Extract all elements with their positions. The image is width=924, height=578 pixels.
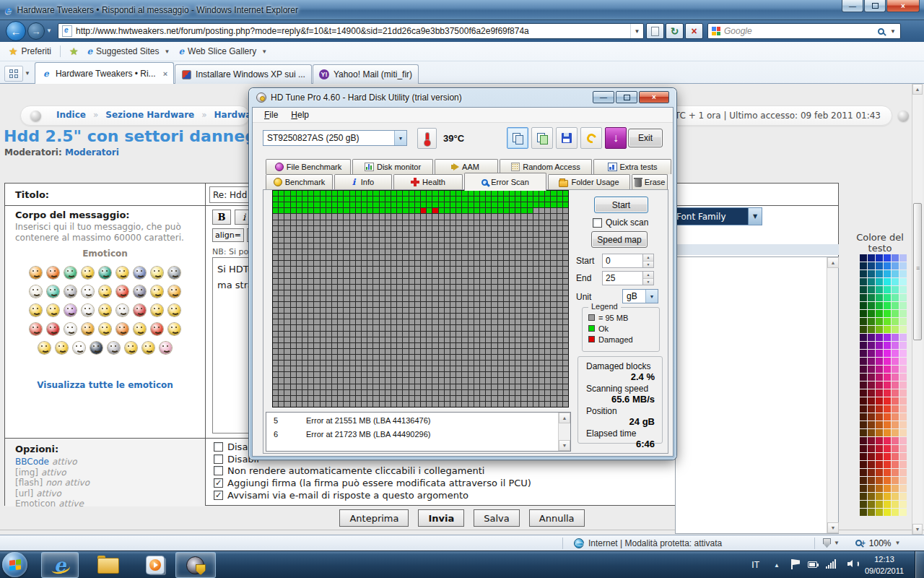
error-row[interactable]: 6Error at 21723 MB (LBA 44490296) <box>266 428 570 440</box>
palette-swatch[interactable] <box>892 437 899 444</box>
options-button[interactable] <box>580 127 602 149</box>
palette-swatch[interactable] <box>899 326 907 333</box>
tab-hardware-tweakers[interactable]: e Hardware Tweakers • Ri... × <box>35 62 174 84</box>
checkbox[interactable] <box>214 442 223 452</box>
preview-scrollbar[interactable]: ▲ ▼ <box>827 257 838 533</box>
tab-list-dropdown-icon[interactable]: ▼ <box>25 70 30 77</box>
palette-swatch[interactable] <box>860 350 867 357</box>
palette-swatch[interactable] <box>884 350 891 357</box>
hdtune-tab-random-access[interactable]: Random Access <box>500 159 592 174</box>
font-family-select[interactable]: Font Family ▼ <box>670 207 762 225</box>
palette-swatch[interactable] <box>868 413 875 420</box>
maximize-button[interactable] <box>616 91 637 103</box>
palette-swatch[interactable] <box>876 389 883 397</box>
palette-swatch[interactable] <box>899 350 907 357</box>
palette-swatch[interactable] <box>860 469 867 476</box>
palette-swatch[interactable] <box>892 405 899 413</box>
palette-swatch[interactable] <box>868 262 875 269</box>
start-button[interactable] <box>2 552 27 577</box>
palette-swatch[interactable] <box>892 445 899 452</box>
hdtune-tab-aam[interactable]: AAM <box>435 159 498 174</box>
palette-swatch[interactable] <box>876 485 883 492</box>
volume-icon[interactable] <box>847 560 853 568</box>
palette-swatch[interactable] <box>892 318 899 325</box>
palette-swatch[interactable] <box>892 421 899 428</box>
palette-swatch[interactable] <box>860 429 867 436</box>
palette-swatch[interactable] <box>892 381 899 389</box>
salva-button[interactable]: Salva <box>474 509 520 527</box>
taskbar-explorer-button[interactable] <box>89 552 126 578</box>
emoticon[interactable] <box>30 267 42 279</box>
palette-swatch[interactable] <box>899 469 907 476</box>
error-list[interactable]: 5Error at 21551 MB (LBA 44136476)6Error … <box>266 412 571 452</box>
palette-swatch[interactable] <box>892 485 899 492</box>
hdtune-menu-help[interactable]: Help <box>285 108 315 121</box>
palette-swatch[interactable] <box>868 334 875 341</box>
hdtune-tab-disk-monitor[interactable]: Disk monitor <box>352 159 433 174</box>
add-favorite-button[interactable]: ★ <box>69 46 79 57</box>
palette-swatch[interactable] <box>868 453 875 460</box>
palette-swatch[interactable] <box>860 501 867 508</box>
emoticon[interactable] <box>151 304 163 316</box>
palette-swatch[interactable] <box>892 358 899 365</box>
hdtune-tab-benchmark[interactable]: Benchmark <box>266 174 333 189</box>
error-list-scrollbar[interactable]: ▲ ▼ <box>558 413 570 451</box>
chevron-down-icon[interactable]: ▼ <box>394 131 406 145</box>
palette-swatch[interactable] <box>860 326 867 333</box>
forward-button[interactable]: → <box>27 22 45 40</box>
scroll-down-icon[interactable]: ▼ <box>559 440 570 451</box>
palette-swatch[interactable] <box>876 374 883 381</box>
palette-swatch[interactable] <box>876 493 883 500</box>
palette-swatch[interactable] <box>899 358 907 365</box>
quick-scan-checkbox[interactable] <box>593 218 602 228</box>
palette-swatch[interactable] <box>892 509 899 516</box>
palette-swatch[interactable] <box>860 381 867 389</box>
palette-swatch[interactable] <box>884 374 891 381</box>
emoticon[interactable] <box>38 342 51 354</box>
hdtune-tab-erase[interactable]: Erase <box>632 174 668 189</box>
compatibility-view-button[interactable] <box>646 23 664 39</box>
palette-swatch[interactable] <box>892 493 899 500</box>
palette-swatch[interactable] <box>868 397 875 405</box>
palette-swatch[interactable] <box>899 374 907 381</box>
palette-swatch[interactable] <box>860 509 867 516</box>
palette-swatch[interactable] <box>884 270 891 277</box>
palette-swatch[interactable] <box>884 318 891 325</box>
speed-map-button[interactable]: Speed map <box>591 231 648 248</box>
tab-label[interactable]: Yahoo! Mail (miti_fir) <box>334 69 412 79</box>
nav-sphere-icon[interactable] <box>898 111 909 121</box>
palette-swatch[interactable] <box>884 509 891 516</box>
emoticon[interactable] <box>116 323 128 335</box>
emoticon[interactable] <box>47 304 59 316</box>
palette-swatch[interactable] <box>899 318 907 325</box>
url-text[interactable]: http://www.hwtweakers.net/forum/posting.… <box>76 26 630 36</box>
close-button[interactable]: × <box>639 91 669 103</box>
palette-swatch[interactable] <box>899 342 907 349</box>
palette-swatch[interactable] <box>860 342 867 349</box>
show-desktop-button[interactable] <box>915 551 924 578</box>
hdtune-tab-info[interactable]: iInfo <box>334 174 392 189</box>
palette-swatch[interactable] <box>899 286 907 293</box>
emoticon[interactable] <box>116 285 128 298</box>
show-hidden-icons[interactable]: ▲ <box>774 562 780 569</box>
palette-swatch[interactable] <box>868 445 875 452</box>
palette-swatch[interactable] <box>899 429 907 436</box>
palette-swatch[interactable] <box>876 294 883 301</box>
palette-swatch[interactable] <box>876 461 883 468</box>
favorites-button[interactable]: ★ Preferiti <box>9 46 51 57</box>
search-icon[interactable] <box>878 28 884 35</box>
palette-swatch[interactable] <box>899 501 907 508</box>
emoticon[interactable] <box>99 285 111 298</box>
zoom-control[interactable]: + 100% ▼ <box>855 538 900 548</box>
tab-close-icon[interactable]: × <box>163 69 167 78</box>
palette-swatch[interactable] <box>868 286 875 293</box>
palette-swatch[interactable] <box>899 421 907 428</box>
palette-swatch[interactable] <box>868 405 875 413</box>
palette-swatch[interactable] <box>868 278 875 285</box>
chevron-down-icon[interactable]: ▼ <box>261 48 267 55</box>
emoticon[interactable] <box>30 323 42 335</box>
palette-swatch[interactable] <box>860 318 867 325</box>
palette-swatch[interactable] <box>876 318 883 325</box>
emoticon[interactable] <box>168 267 180 279</box>
scroll-up-icon[interactable]: ▲ <box>912 84 923 95</box>
